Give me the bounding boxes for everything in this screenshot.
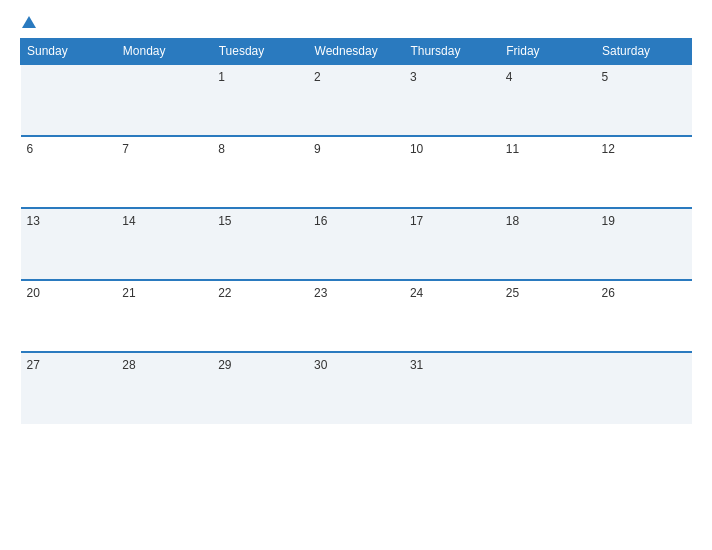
- day-cell-11: 11: [500, 136, 596, 208]
- calendar-header: SundayMondayTuesdayWednesdayThursdayFrid…: [21, 39, 692, 65]
- day-cell-13: 13: [21, 208, 117, 280]
- day-number-31: 31: [410, 358, 423, 372]
- day-number-29: 29: [218, 358, 231, 372]
- day-number-15: 15: [218, 214, 231, 228]
- day-cell-6: 6: [21, 136, 117, 208]
- day-cell-8: 8: [212, 136, 308, 208]
- day-cell-16: 16: [308, 208, 404, 280]
- day-number-26: 26: [602, 286, 615, 300]
- day-number-3: 3: [410, 70, 417, 84]
- day-cell-20: 20: [21, 280, 117, 352]
- day-header-friday: Friday: [500, 39, 596, 65]
- day-cell-30: 30: [308, 352, 404, 424]
- empty-cell: [596, 352, 692, 424]
- day-cell-27: 27: [21, 352, 117, 424]
- day-cell-10: 10: [404, 136, 500, 208]
- day-number-8: 8: [218, 142, 225, 156]
- day-number-19: 19: [602, 214, 615, 228]
- day-number-14: 14: [122, 214, 135, 228]
- week-row-5: 2728293031: [21, 352, 692, 424]
- day-number-4: 4: [506, 70, 513, 84]
- day-number-5: 5: [602, 70, 609, 84]
- week-row-2: 6789101112: [21, 136, 692, 208]
- week-row-4: 20212223242526: [21, 280, 692, 352]
- day-cell-14: 14: [116, 208, 212, 280]
- day-header-sunday: Sunday: [21, 39, 117, 65]
- day-cell-24: 24: [404, 280, 500, 352]
- day-cell-1: 1: [212, 64, 308, 136]
- day-number-10: 10: [410, 142, 423, 156]
- week-row-3: 13141516171819: [21, 208, 692, 280]
- logo-triangle-icon: [22, 16, 36, 28]
- day-cell-7: 7: [116, 136, 212, 208]
- day-number-30: 30: [314, 358, 327, 372]
- header: [20, 16, 692, 30]
- day-header-tuesday: Tuesday: [212, 39, 308, 65]
- day-number-20: 20: [27, 286, 40, 300]
- day-cell-4: 4: [500, 64, 596, 136]
- calendar-table: SundayMondayTuesdayWednesdayThursdayFrid…: [20, 38, 692, 424]
- days-header-row: SundayMondayTuesdayWednesdayThursdayFrid…: [21, 39, 692, 65]
- day-number-12: 12: [602, 142, 615, 156]
- day-cell-17: 17: [404, 208, 500, 280]
- day-cell-21: 21: [116, 280, 212, 352]
- day-number-27: 27: [27, 358, 40, 372]
- day-number-24: 24: [410, 286, 423, 300]
- day-cell-18: 18: [500, 208, 596, 280]
- day-number-9: 9: [314, 142, 321, 156]
- day-number-21: 21: [122, 286, 135, 300]
- day-cell-9: 9: [308, 136, 404, 208]
- day-cell-22: 22: [212, 280, 308, 352]
- day-number-23: 23: [314, 286, 327, 300]
- day-cell-15: 15: [212, 208, 308, 280]
- day-cell-25: 25: [500, 280, 596, 352]
- day-header-saturday: Saturday: [596, 39, 692, 65]
- day-number-18: 18: [506, 214, 519, 228]
- empty-cell: [21, 64, 117, 136]
- week-row-1: 12345: [21, 64, 692, 136]
- day-cell-3: 3: [404, 64, 500, 136]
- day-cell-26: 26: [596, 280, 692, 352]
- empty-cell: [116, 64, 212, 136]
- day-number-13: 13: [27, 214, 40, 228]
- calendar-body: 1234567891011121314151617181920212223242…: [21, 64, 692, 424]
- day-number-25: 25: [506, 286, 519, 300]
- day-number-7: 7: [122, 142, 129, 156]
- day-cell-23: 23: [308, 280, 404, 352]
- day-cell-31: 31: [404, 352, 500, 424]
- day-number-2: 2: [314, 70, 321, 84]
- day-number-16: 16: [314, 214, 327, 228]
- day-number-28: 28: [122, 358, 135, 372]
- day-header-monday: Monday: [116, 39, 212, 65]
- calendar-container: SundayMondayTuesdayWednesdayThursdayFrid…: [0, 0, 712, 550]
- day-cell-5: 5: [596, 64, 692, 136]
- day-number-22: 22: [218, 286, 231, 300]
- day-number-6: 6: [27, 142, 34, 156]
- day-cell-2: 2: [308, 64, 404, 136]
- day-number-11: 11: [506, 142, 519, 156]
- day-header-wednesday: Wednesday: [308, 39, 404, 65]
- day-number-1: 1: [218, 70, 225, 84]
- day-header-thursday: Thursday: [404, 39, 500, 65]
- day-cell-12: 12: [596, 136, 692, 208]
- day-number-17: 17: [410, 214, 423, 228]
- day-cell-28: 28: [116, 352, 212, 424]
- day-cell-29: 29: [212, 352, 308, 424]
- logo: [20, 16, 36, 30]
- day-cell-19: 19: [596, 208, 692, 280]
- empty-cell: [500, 352, 596, 424]
